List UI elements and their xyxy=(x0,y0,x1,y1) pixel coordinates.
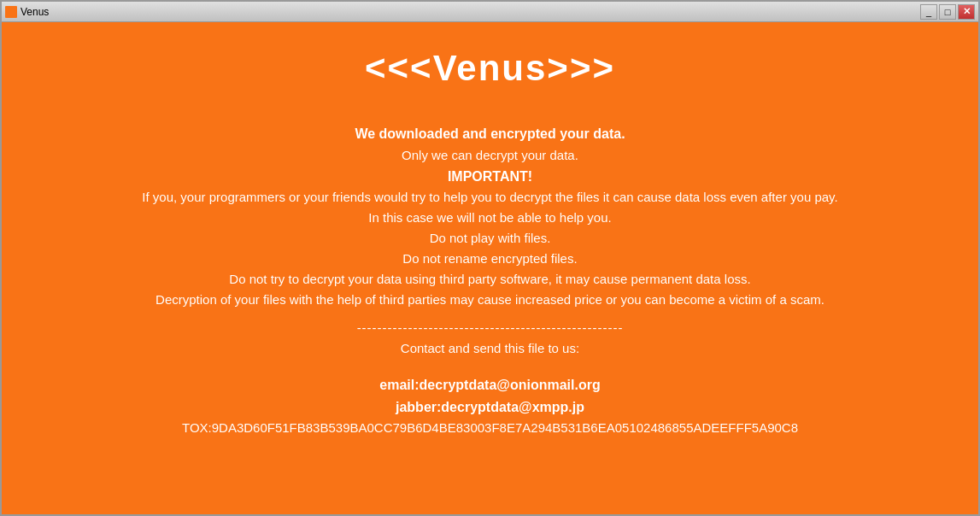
tox-line: TOX:9DA3D60F51FB83B539BA0CC79B6D4BE83003… xyxy=(63,418,918,438)
line-important: IMPORTANT! xyxy=(63,166,918,188)
window-icon xyxy=(5,6,17,18)
main-content: <<<Venus>>> We downloaded and encrypted … xyxy=(2,22,978,514)
line-no-rename: Do not rename encrypted files. xyxy=(63,249,918,269)
close-button[interactable]: ✕ xyxy=(958,4,975,20)
main-window: Venus _ □ ✕ <<<Venus>>> We downloaded an… xyxy=(0,0,980,516)
message-block: We downloaded and encrypted your data. O… xyxy=(63,123,918,438)
contact-intro: Contact and send this file to us: xyxy=(63,338,918,359)
title-bar: Venus _ □ ✕ xyxy=(2,2,978,22)
title-bar-controls: _ □ ✕ xyxy=(920,4,975,20)
line-decrypt: Only we can decrypt your data. xyxy=(63,145,918,166)
line-programmers: If you, your programmers or your friends… xyxy=(63,187,918,208)
window-title: Venus xyxy=(21,6,49,18)
email-line: email:decryptdata@onionmail.org xyxy=(63,374,918,396)
jabber-line: jabber:decryptdata@xmpp.jp xyxy=(63,396,918,419)
line-no-third-party: Do not try to decrypt your data using th… xyxy=(63,269,918,290)
line-encrypted-bold: We downloaded and encrypted your data. xyxy=(63,123,918,145)
maximize-button[interactable]: □ xyxy=(939,4,956,20)
title-bar-left: Venus xyxy=(5,6,49,18)
ransomware-title: <<<Venus>>> xyxy=(365,48,615,89)
minimize-button[interactable]: _ xyxy=(920,4,937,20)
line-victim: Decryption of your files with the help o… xyxy=(63,290,918,310)
line-unable: In this case we will not be able to help… xyxy=(63,208,918,228)
separator: ----------------------------------------… xyxy=(63,320,918,335)
line-no-play: Do not play with files. xyxy=(63,228,918,249)
